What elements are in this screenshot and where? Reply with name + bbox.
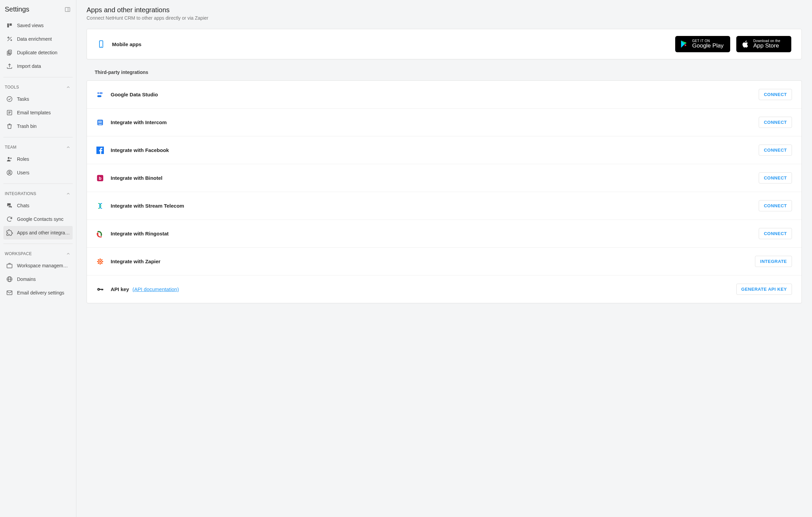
trash-icon [6,123,13,130]
sidebar-item-google-contacts-sync[interactable]: Google Contacts sync [3,212,73,226]
integration-row-ringostat: Integrate with Ringostat CONNECT [87,219,801,247]
sidebar-top-items: Saved views Data enrichment Duplicate de… [0,17,76,74]
sidebar-item-label: Workspace manageme… [17,263,70,268]
svg-rect-17 [7,264,12,268]
sidebar-section-title: WORKSPACE [5,251,32,256]
sidebar-item-apps-integrations[interactable]: Apps and other integra… [3,226,73,240]
sidebar-section-header-team[interactable]: TEAM [3,141,73,152]
panel-toggle-icon[interactable] [64,6,71,13]
api-documentation-link[interactable]: (API documentation) [132,286,179,292]
sidebar-item-duplicate-detection[interactable]: Duplicate detection [3,46,73,59]
integrate-button[interactable]: INTEGRATE [755,256,792,267]
sidebar: Settings Saved views Data enrichment Dup… [0,0,76,517]
svg-rect-2 [7,23,9,27]
generate-api-key-button[interactable]: GENERATE API KEY [736,284,792,295]
store-badges: GET IT ON Google Play Download on the Ap… [675,36,791,52]
svg-line-7 [10,54,10,54]
chats-icon [6,202,13,209]
sidebar-item-trash-bin[interactable]: Trash bin [3,119,73,133]
integration-label: Integrate with Intercom [111,119,752,125]
sidebar-item-label: Domains [17,276,36,282]
integration-label: Integrate with Ringostat [111,231,752,236]
sidebar-divider [3,244,73,244]
svg-rect-45 [103,289,103,290]
connect-button[interactable]: CONNECT [759,145,792,156]
svg-rect-5 [7,51,10,55]
svg-point-13 [8,157,10,159]
apps-icon [6,229,13,236]
facebook-icon [96,147,104,154]
connect-button[interactable]: CONNECT [759,89,792,100]
integration-row-intercom: Integrate with Intercom CONNECT [87,108,801,136]
mobile-icon [97,40,105,48]
svg-point-46 [98,289,99,290]
sidebar-item-label: Duplicate detection [17,50,57,55]
sidebar-item-roles[interactable]: Roles [3,152,73,166]
third-party-list: Google Data Studio CONNECT Integrate wit… [87,80,802,303]
sidebar-section-header-tools[interactable]: TOOLS [3,81,73,92]
integration-row-zapier: Integrate with Zapier INTEGRATE [87,247,801,275]
sidebar-item-label: Tasks [17,96,29,102]
sidebar-item-domains[interactable]: Domains [3,272,73,286]
google-play-badge[interactable]: GET IT ON Google Play [675,36,730,52]
saved-views-icon [6,22,13,29]
chevron-up-icon [66,85,71,90]
sidebar-title: Settings [5,5,29,13]
sidebar-item-label: Email templates [17,110,51,115]
sidebar-item-users[interactable]: Users [3,166,73,179]
data-studio-icon [96,91,104,98]
integration-label: Google Data Studio [111,92,752,97]
sidebar-item-label: Data enrichment [17,36,52,42]
connect-button[interactable]: CONNECT [759,228,792,239]
sidebar-item-label: Google Contacts sync [17,216,63,222]
import-icon [6,63,13,70]
integration-row-stream-telecom: Integrate with Stream Telecom CONNECT [87,192,801,219]
enrichment-icon [6,36,13,42]
roles-icon [6,156,13,162]
connect-button[interactable]: CONNECT [759,172,792,184]
integration-label: Integrate with Stream Telecom [111,203,752,209]
sidebar-item-email-templates[interactable]: Email templates [3,106,73,119]
sidebar-item-chats[interactable]: Chats [3,199,73,212]
app-store-badge[interactable]: Download on the App Store [736,36,791,52]
sidebar-section-integrations: INTEGRATIONS Chats Google Contacts sync … [0,187,76,241]
sidebar-item-tasks[interactable]: Tasks [3,92,73,106]
templates-icon [6,109,13,116]
email-delivery-icon [6,289,13,296]
integration-label: Integrate with Zapier [111,258,748,264]
svg-text:b: b [99,175,102,180]
duplicate-icon [6,49,13,56]
sidebar-item-import-data[interactable]: Import data [3,59,73,73]
sidebar-item-workspace-management[interactable]: Workspace manageme… [3,259,73,272]
sidebar-item-label: Saved views [17,23,44,28]
api-key-icon [96,286,104,293]
svg-rect-43 [99,289,103,290]
sidebar-item-label: Users [17,170,30,175]
sidebar-item-data-enrichment[interactable]: Data enrichment [3,32,73,46]
svg-point-8 [7,97,12,102]
main-content: Apps and other integrations Connect NetH… [76,0,812,517]
intercom-icon [96,119,104,126]
workspace-icon [6,262,13,269]
sidebar-section-title: TOOLS [5,85,19,90]
connect-button[interactable]: CONNECT [759,117,792,128]
sidebar-item-saved-views[interactable]: Saved views [3,19,73,32]
svg-rect-3 [10,23,12,26]
svg-rect-44 [102,289,103,290]
integration-label: Integrate with Facebook [111,147,752,153]
sidebar-section-header-workspace[interactable]: WORKSPACE [3,248,73,259]
sidebar-divider [3,137,73,137]
sidebar-item-label: Import data [17,63,41,69]
integration-label: API key (API documentation) [111,286,730,292]
google-play-bottom-text: Google Play [692,43,724,49]
sidebar-section-title: INTEGRATIONS [5,191,36,196]
sidebar-divider [3,184,73,184]
chevron-up-icon [66,191,71,196]
connect-button[interactable]: CONNECT [759,200,792,211]
svg-point-41 [99,261,101,262]
sidebar-item-email-delivery[interactable]: Email delivery settings [3,286,73,300]
stream-telecom-icon [96,202,104,210]
tasks-icon [6,96,13,102]
sidebar-section-header-integrations[interactable]: INTEGRATIONS [3,188,73,199]
integration-row-facebook: Integrate with Facebook CONNECT [87,136,801,164]
